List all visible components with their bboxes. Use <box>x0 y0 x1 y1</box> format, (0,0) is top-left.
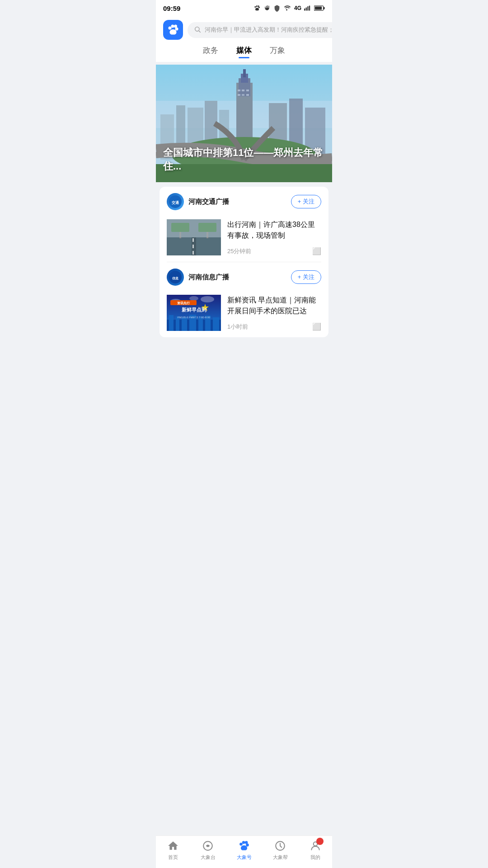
network-indicator: 4G <box>294 5 301 11</box>
channel-header-info: 信息 河南信息广播 + 关注 <box>160 262 328 290</box>
more-icon-traffic[interactable]: ⬜ <box>312 247 321 255</box>
svg-rect-62 <box>182 317 187 331</box>
svg-rect-9 <box>324 7 325 9</box>
nav-home[interactable]: 首页 <box>167 840 179 861</box>
nav-daxtai-label: 大象台 <box>201 854 216 861</box>
status-bar: 09:59 4G <box>156 0 332 16</box>
svg-point-12 <box>171 25 174 28</box>
svg-text:FM105.6 FM97.5 7:00-8:00: FM105.6 FM97.5 7:00-8:00 <box>178 316 211 319</box>
svg-line-16 <box>199 31 201 33</box>
svg-rect-32 <box>242 94 244 96</box>
svg-rect-44 <box>192 238 194 242</box>
channel-logo-traffic: 交通 <box>167 193 184 210</box>
nav-home-label: 首页 <box>168 854 178 861</box>
tab-meiti[interactable]: 媒体 <box>236 45 252 58</box>
daxtai-icon <box>202 840 214 852</box>
news-item-traffic[interactable]: 出行河南｜许广高速38公里有事故，现场管制 25分钟前 ⬜ <box>160 215 328 262</box>
hand-icon <box>263 5 271 12</box>
svg-rect-66 <box>213 317 219 331</box>
news-title-info: 新鲜资讯 早点知道｜河南能开展日间手术的医院已达 <box>227 295 321 316</box>
home-icon <box>167 840 179 852</box>
shield-icon <box>273 5 281 12</box>
svg-point-0 <box>254 6 256 8</box>
daxiangbang-icon <box>274 840 286 852</box>
mine-icon-wrap <box>309 840 322 852</box>
svg-point-57 <box>189 296 198 301</box>
info-thumb-scene: 资讯先行 新鲜早点到 FM105.6 FM97.5 7:00-8:00 <box>167 295 221 331</box>
follow-btn-info[interactable]: + 关注 <box>291 270 321 284</box>
svg-point-56 <box>201 296 214 302</box>
channel-info-traffic: 交通 河南交通广播 <box>167 193 229 210</box>
battery-icon <box>314 5 325 11</box>
svg-rect-5 <box>306 7 307 10</box>
channel-section-traffic: 交通 河南交通广播 + 关注 <box>160 187 328 337</box>
channel-name-info: 河南信息广播 <box>188 273 229 282</box>
svg-rect-33 <box>246 94 249 96</box>
svg-point-73 <box>242 841 245 844</box>
channel-name-traffic: 河南交通广播 <box>188 198 229 206</box>
svg-text:资讯先行: 资讯先行 <box>177 301 190 305</box>
svg-rect-28 <box>238 90 240 91</box>
top-tab-bar: 政务 媒体 万象 <box>156 45 332 62</box>
news-thumb-traffic <box>167 219 221 255</box>
svg-point-1 <box>256 5 258 7</box>
svg-rect-60 <box>169 315 174 331</box>
svg-point-74 <box>245 841 248 844</box>
news-time-traffic: 25分钟前 <box>227 247 251 255</box>
follow-btn-traffic[interactable]: + 关注 <box>291 195 321 208</box>
channel-logo-info: 信息 <box>167 269 184 286</box>
status-time: 09:59 <box>163 5 180 12</box>
channel-info-info: 信息 河南信息广播 <box>167 269 229 286</box>
hero-banner[interactable]: 全国城市中排第11位——郑州去年常住... <box>156 65 332 182</box>
search-bar[interactable]: 河南你早｜甲流进入高发期！河南疾控紧急提醒；... <box>188 22 332 38</box>
svg-point-75 <box>246 844 249 847</box>
svg-rect-30 <box>246 90 249 91</box>
svg-point-11 <box>169 27 172 30</box>
tab-zhengwu[interactable]: 政务 <box>203 45 218 58</box>
svg-rect-46 <box>192 251 194 255</box>
info-logo-icon: 信息 <box>169 270 182 284</box>
signal-icon <box>304 5 311 11</box>
nav-daxiangbang[interactable]: 大象帮 <box>273 840 288 861</box>
channel-header-traffic: 交通 河南交通广播 + 关注 <box>160 187 328 215</box>
news-meta-traffic: 25分钟前 ⬜ <box>227 247 321 255</box>
logo-icon <box>166 23 180 37</box>
news-title-traffic: 出行河南｜许广高速38公里有事故，现场管制 <box>227 219 321 241</box>
svg-rect-29 <box>242 90 244 91</box>
news-content-traffic: 出行河南｜许广高速38公里有事故，现场管制 25分钟前 ⬜ <box>227 219 321 255</box>
svg-point-15 <box>195 27 199 31</box>
svg-text:信息: 信息 <box>172 276 179 280</box>
mine-badge <box>316 838 324 845</box>
svg-text:新鲜早点到: 新鲜早点到 <box>182 307 206 312</box>
svg-point-72 <box>239 843 243 846</box>
app-logo[interactable] <box>163 20 183 40</box>
svg-point-3 <box>258 7 260 8</box>
svg-rect-45 <box>192 245 194 248</box>
nav-mine[interactable]: 我的 <box>309 840 322 861</box>
daxianghao-icon <box>238 840 250 852</box>
svg-rect-27 <box>243 69 246 77</box>
road-scene-icon <box>167 219 221 255</box>
svg-point-14 <box>175 28 178 31</box>
search-icon <box>194 26 201 34</box>
news-content-info: 新鲜资讯 早点知道｜河南能开展日间手术的医院已达 1小时前 ⬜ <box>227 295 321 331</box>
news-thumb-info: 资讯先行 新鲜早点到 FM105.6 FM97.5 7:00-8:00 <box>167 295 221 331</box>
traffic-logo-icon: 交通 <box>169 195 182 208</box>
nav-daxtai[interactable]: 大象台 <box>201 840 216 861</box>
status-icons: 4G <box>253 5 325 12</box>
svg-rect-31 <box>238 94 240 96</box>
svg-text:交通: 交通 <box>172 200 179 205</box>
svg-point-13 <box>174 25 177 28</box>
hero-text: 全国城市中排第11位——郑州去年常住... <box>163 146 325 173</box>
news-item-info[interactable]: 资讯先行 新鲜早点到 FM105.6 FM97.5 7:00-8:00 新鲜资讯… <box>160 290 328 337</box>
nav-mine-label: 我的 <box>310 854 320 861</box>
news-time-info: 1小时前 <box>227 323 248 331</box>
svg-rect-4 <box>304 9 305 11</box>
more-icon-info[interactable]: ⬜ <box>312 322 321 331</box>
paw-icon <box>253 5 261 12</box>
nav-daxianghao-label: 大象号 <box>237 854 252 861</box>
svg-rect-51 <box>167 219 221 237</box>
nav-daxianghao[interactable]: 大象号 <box>237 840 252 861</box>
wifi-icon <box>283 5 291 11</box>
tab-wanxiang[interactable]: 万象 <box>270 45 285 58</box>
